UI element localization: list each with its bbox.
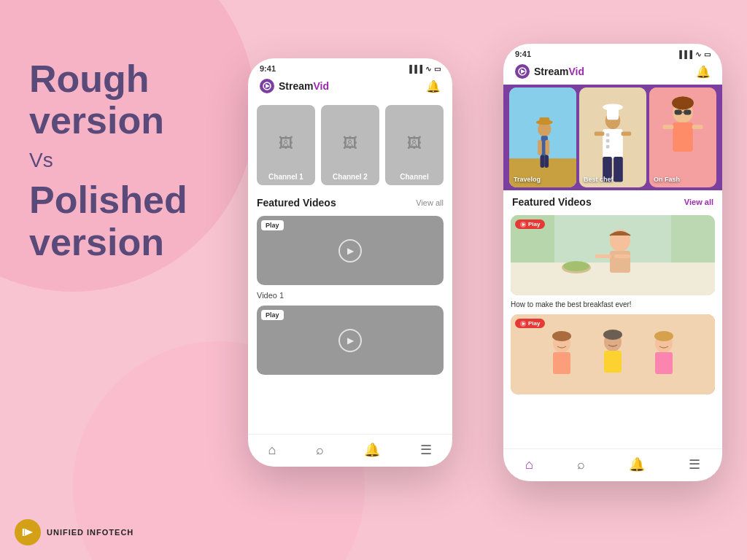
rough-channel-2: 🖼 Channel 2 [321,105,379,185]
polished-play-badge-2[interactable]: Play [515,319,545,328]
hero-chef-label: Best chef [584,176,614,183]
polished-phone: 9:41 ▐▐▐ ∿ ▭ StreamVid 🔔 [503,44,722,481]
svg-rect-22 [595,131,605,136]
polished-video-1[interactable]: Play [511,215,715,295]
svg-rect-17 [606,133,610,137]
svg-rect-28 [675,110,682,115]
polished-nav-home-icon[interactable]: ⌂ [525,457,533,472]
svg-rect-18 [606,139,610,143]
vs-label: Vs [29,149,233,172]
channel-2-label: Channel 2 [333,173,368,181]
polished-status-icons: ▐▐▐ ∿ ▭ [677,50,711,58]
channel-3-label: Channel [400,173,428,181]
channel-2-image-icon: 🖼 [343,135,357,152]
polished-play-badge-1[interactable]: Play [515,219,545,229]
hero-card-travelog[interactable]: Travelog [509,88,576,187]
svg-rect-8 [538,140,542,155]
polished-bottom-nav: ⌂ ⌕ 🔔 ☰ [503,448,722,481]
svg-point-31 [672,96,694,109]
svg-rect-32 [673,122,693,152]
polished-featured-title: Featured Videos [512,196,592,208]
channel-1-label: Channel 1 [268,173,303,181]
svg-rect-44 [671,215,715,262]
polished-wifi-icon: ∿ [695,50,701,58]
hero-fashion-label: On Fash [654,176,680,183]
polished-time: 9:41 [515,50,531,58]
svg-marker-3 [521,69,525,74]
rough-nav-bell-icon[interactable]: 🔔 [364,442,380,458]
polished-nav-menu-icon[interactable]: ☰ [689,456,700,472]
polished-signal-icon: ▐▐▐ [677,50,692,58]
rough-app-name: StreamVid [279,80,329,92]
svg-rect-29 [684,110,691,115]
svg-rect-39 [595,254,611,258]
svg-rect-23 [622,131,632,136]
rough-nav-menu-icon[interactable]: ☰ [420,442,432,458]
rough-bottom-nav: ⌂ ⌕ 🔔 ☰ [248,434,452,467]
battery-icon: ▭ [434,65,441,73]
polished-bell-icon[interactable]: 🔔 [696,65,711,79]
rough-play-badge-2[interactable]: Play [261,310,284,320]
rough-nav-search-icon[interactable]: ⌕ [316,443,324,458]
rough-channels: 🖼 Channel 1 🖼 Channel 2 🖼 Channel [248,99,452,191]
rough-bell-icon[interactable]: 🔔 [426,79,441,93]
svg-rect-16 [603,129,623,158]
rough-video-2[interactable]: Play ▶ [257,306,444,375]
wifi-icon: ∿ [425,65,431,73]
rough-status-icons: ▐▐▐ ∿ ▭ [407,65,441,73]
rough-video-1[interactable]: Play ▶ [257,216,444,285]
rough-view-all[interactable]: View all [416,198,444,207]
rough-status-bar: 9:41 ▐▐▐ ∿ ▭ [248,58,452,76]
polished-label: Polished version [29,179,233,262]
hero-card-fashion[interactable]: On Fash [649,88,716,187]
signal-icon: ▐▐▐ [407,65,422,73]
rough-channel-3: 🖼 Channel [385,105,444,185]
polished-nav-search-icon[interactable]: ⌕ [577,457,585,472]
rough-featured-title: Featured Videos [257,197,336,209]
svg-rect-38 [610,251,630,273]
rough-featured-header: Featured Videos View all [248,191,452,213]
svg-rect-33 [662,125,673,129]
rough-play-circle-1: ▶ [338,239,362,262]
polished-nav-bell-icon[interactable]: 🔔 [629,456,645,472]
rough-nav-home-icon[interactable]: ⌂ [268,443,276,458]
rough-video-1-title: Video 1 [248,288,452,303]
polished-app-name: StreamVid [534,66,584,77]
polished-logo: StreamVid [515,64,584,79]
svg-rect-10 [541,155,545,168]
svg-rect-40 [614,254,630,258]
brand-logo-icon [15,519,41,545]
rough-play-badge-1[interactable]: Play [261,220,284,230]
rough-time: 9:41 [260,64,276,73]
polished-video-1-desc: How to make the best breakfast ever! [503,298,722,311]
polished-hero-banner: Travelog [503,85,722,190]
rough-logo: StreamVid [260,79,329,93]
polished-video-2[interactable]: Play [511,314,715,394]
rough-logo-icon [260,79,274,93]
polished-screen: 9:41 ▐▐▐ ∿ ▭ StreamVid 🔔 [503,44,722,481]
left-panel: Rough version Vs Polished version [29,58,233,263]
rough-play-circle-2: ▶ [338,329,362,352]
channel-3-image-icon: 🖼 [407,135,422,152]
svg-rect-34 [692,125,703,129]
rough-screen: 9:41 ▐▐▐ ∿ ▭ StreamVid 🔔 [248,58,452,467]
svg-rect-19 [606,145,610,149]
rough-label: Rough version [29,58,233,141]
polished-featured-header: Featured Videos View all [503,190,722,212]
polished-battery-icon: ▭ [704,50,711,58]
rough-phone: 9:41 ▐▐▐ ∿ ▭ StreamVid 🔔 [248,58,452,467]
polished-status-bar: 9:41 ▐▐▐ ∿ ▭ [503,44,722,61]
bottom-branding: UNIFIED INFOTECH [15,519,133,545]
channel-1-image-icon: 🖼 [279,135,293,152]
svg-marker-1 [266,84,270,88]
polished-view-all[interactable]: View all [684,198,713,206]
polished-logo-icon [515,64,530,79]
hero-card-chef[interactable]: Best chef [579,88,646,187]
play-badge-text-1: Play [528,221,540,228]
hero-travelog-label: Travelog [514,176,541,183]
svg-point-21 [603,104,623,111]
svg-rect-9 [545,140,549,155]
svg-rect-11 [544,155,549,168]
polished-app-header: StreamVid 🔔 [503,61,722,85]
svg-rect-25 [614,157,623,182]
